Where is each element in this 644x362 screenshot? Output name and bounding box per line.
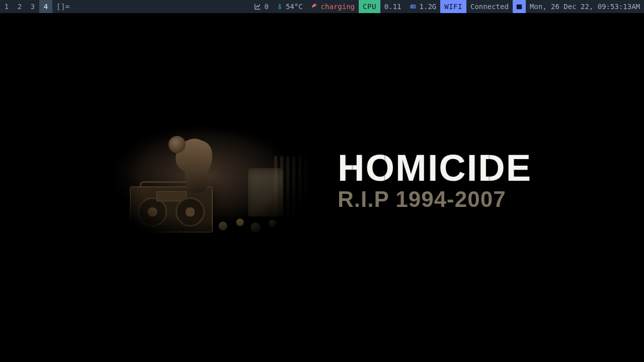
wifi-label: WIFI xyxy=(440,0,466,13)
wallpaper-title: HOMICIDE xyxy=(338,151,532,185)
chart-icon xyxy=(254,3,261,10)
cpu-label: CPU xyxy=(359,0,380,13)
workspace-2[interactable]: 2 xyxy=(13,0,26,13)
cpu-value: 0.11 xyxy=(384,3,401,11)
temperature-value: 54°C xyxy=(286,3,303,11)
temperature-widget[interactable]: 54°C xyxy=(273,0,307,13)
status-widgets: 0 54°C charging CPU 0.11 xyxy=(250,0,644,13)
tombstone-graphic xyxy=(248,168,283,216)
updates-value: 0 xyxy=(264,3,268,11)
datetime-value: Mon, 26 Dec 22, 09:53:13AM xyxy=(530,3,640,11)
calendar-icon xyxy=(516,3,523,10)
memory-value: 1.2G xyxy=(420,3,437,11)
workspace-4[interactable]: 4 xyxy=(39,0,52,13)
wallpaper-text: HOMICIDE R.I.P 1994-2007 xyxy=(338,151,532,210)
calendar-icon-box xyxy=(513,0,526,13)
flowers-graphic xyxy=(206,211,291,236)
wifi-value: Connected xyxy=(470,3,509,11)
wifi-widget[interactable]: Connected xyxy=(466,0,513,13)
wallpaper-subtitle: R.I.P 1994-2007 xyxy=(338,188,532,210)
desktop[interactable]: HOMICIDE R.I.P 1994-2007 xyxy=(0,13,644,362)
plug-icon xyxy=(311,3,318,10)
workspace-1[interactable]: 1 xyxy=(0,0,13,13)
battery-value: charging xyxy=(321,3,355,11)
cpu-widget[interactable]: 0.11 xyxy=(380,0,406,13)
thermometer-icon xyxy=(277,3,283,10)
wallpaper: HOMICIDE R.I.P 1994-2007 xyxy=(112,123,532,239)
workspace-3[interactable]: 3 xyxy=(26,0,39,13)
memory-icon xyxy=(410,3,417,10)
boombox-graphic xyxy=(130,186,213,233)
updates-widget[interactable]: 0 xyxy=(250,0,272,13)
memory-widget[interactable]: 1.2G xyxy=(406,0,441,13)
workspace-switcher: 1 2 3 4 []= xyxy=(0,0,74,13)
wallpaper-image xyxy=(112,123,313,239)
svg-rect-2 xyxy=(517,5,522,6)
bar-spacer xyxy=(74,0,251,13)
layout-indicator[interactable]: []= xyxy=(52,0,74,13)
status-bar: 1 2 3 4 []= 0 54°C xyxy=(0,0,644,13)
battery-widget[interactable]: charging xyxy=(307,0,359,13)
person-graphic xyxy=(168,129,223,189)
datetime-widget[interactable]: Mon, 26 Dec 22, 09:53:13AM xyxy=(526,0,644,13)
